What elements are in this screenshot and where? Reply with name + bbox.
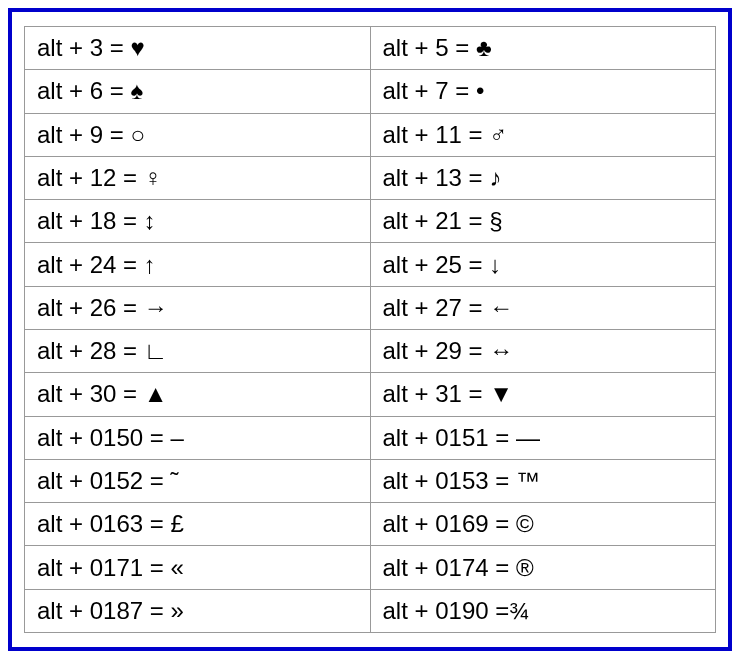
alt-code-cell-left: alt + 0152 = ˜ [25, 459, 371, 502]
alt-code-cell-left: alt + 9 = ○ [25, 113, 371, 156]
alt-code-symbol: ○ [130, 121, 145, 148]
alt-code-text: alt + 0153 = [383, 467, 516, 494]
alt-code-symbol: ↔ [489, 337, 513, 364]
alt-code-text: alt + 7 = [383, 77, 476, 104]
alt-code-cell-left: alt + 28 = ∟ [25, 329, 371, 372]
alt-code-cell-right: alt + 27 = ← [370, 286, 716, 329]
alt-code-cell-right: alt + 5 = ♣ [370, 27, 716, 70]
alt-code-cell-left: alt + 3 = ♥ [25, 27, 371, 70]
alt-code-text: alt + 12 = [37, 164, 144, 191]
alt-code-text: alt + 0150 = [37, 424, 170, 451]
alt-code-cell-left: alt + 0171 = « [25, 546, 371, 589]
alt-code-symbol: ▲ [144, 380, 168, 407]
alt-code-symbol: ▼ [489, 380, 513, 407]
alt-code-cell-right: alt + 13 = ♪ [370, 156, 716, 199]
table-row: alt + 9 = ○alt + 11 = ♂ [25, 113, 716, 156]
alt-code-cell-right: alt + 0151 = — [370, 416, 716, 459]
table-row: alt + 30 = ▲alt + 31 = ▼ [25, 373, 716, 416]
alt-code-symbol: ¾ [509, 597, 529, 624]
alt-code-cell-left: alt + 30 = ▲ [25, 373, 371, 416]
table-row: alt + 0152 = ˜alt + 0153 = ™ [25, 459, 716, 502]
alt-code-cell-right: alt + 0153 = ™ [370, 459, 716, 502]
alt-code-symbol: ♠ [130, 77, 143, 104]
alt-code-text: alt + 0163 = [37, 510, 170, 537]
alt-code-cell-right: alt + 31 = ▼ [370, 373, 716, 416]
alt-code-symbol: ↓ [489, 251, 501, 278]
table-row: alt + 26 = →alt + 27 = ← [25, 286, 716, 329]
alt-code-cell-left: alt + 6 = ♠ [25, 70, 371, 113]
alt-code-symbol: ♣ [476, 34, 492, 61]
alt-code-text: alt + 0169 = [383, 510, 516, 537]
alt-code-text: alt + 0151 = [383, 424, 516, 451]
alt-code-text: alt + 0174 = [383, 554, 516, 581]
alt-code-text: alt + 29 = [383, 337, 490, 364]
table-row: alt + 24 = ↑alt + 25 = ↓ [25, 243, 716, 286]
alt-code-cell-left: alt + 0150 = – [25, 416, 371, 459]
alt-code-text: alt + 5 = [383, 34, 476, 61]
alt-code-symbol: • [476, 77, 484, 104]
alt-code-text: alt + 31 = [383, 380, 490, 407]
alt-code-cell-right: alt + 0169 = © [370, 503, 716, 546]
table-row: alt + 18 = ↕alt + 21 = § [25, 200, 716, 243]
alt-code-text: alt + 27 = [383, 294, 490, 321]
alt-code-symbol: – [170, 424, 183, 451]
alt-code-text: alt + 6 = [37, 77, 130, 104]
table-row: alt + 12 = ♀alt + 13 = ♪ [25, 156, 716, 199]
alt-code-symbol: ↕ [144, 207, 156, 234]
alt-code-cell-left: alt + 26 = → [25, 286, 371, 329]
alt-code-symbol: ♪ [489, 164, 501, 191]
alt-code-symbol: — [516, 424, 540, 451]
table-row: alt + 6 = ♠alt + 7 = • [25, 70, 716, 113]
alt-code-cell-right: alt + 11 = ♂ [370, 113, 716, 156]
alt-code-text: alt + 21 = [383, 207, 490, 234]
alt-code-symbol: » [170, 597, 183, 624]
alt-code-symbol: ∟ [144, 337, 168, 364]
alt-code-text: alt + 0171 = [37, 554, 170, 581]
alt-code-text: alt + 18 = [37, 207, 144, 234]
alt-code-cell-right: alt + 7 = • [370, 70, 716, 113]
alt-code-symbol: © [516, 510, 534, 537]
alt-code-text: alt + 0190 = [383, 597, 510, 624]
alt-code-text: alt + 30 = [37, 380, 144, 407]
table-row: alt + 0163 = £alt + 0169 = © [25, 503, 716, 546]
alt-code-symbol: ♂ [489, 121, 507, 148]
alt-code-text: alt + 24 = [37, 251, 144, 278]
alt-code-symbol: ˜ [170, 467, 178, 494]
alt-code-symbol: → [144, 294, 168, 321]
alt-code-cell-left: alt + 12 = ♀ [25, 156, 371, 199]
alt-code-symbol: ® [516, 554, 534, 581]
alt-code-text: alt + 0152 = [37, 467, 170, 494]
alt-code-symbol: ♀ [144, 164, 162, 191]
alt-code-symbol: ™ [516, 467, 540, 494]
alt-code-symbol: ← [489, 294, 513, 321]
alt-code-symbol: § [489, 207, 502, 234]
alt-code-text: alt + 11 = [383, 121, 490, 148]
table-row: alt + 0187 = »alt + 0190 =¾ [25, 589, 716, 632]
alt-code-text: alt + 9 = [37, 121, 130, 148]
alt-code-cell-right: alt + 29 = ↔ [370, 329, 716, 372]
alt-code-text: alt + 25 = [383, 251, 490, 278]
alt-code-symbol: ↑ [144, 251, 156, 278]
table-row: alt + 3 = ♥alt + 5 = ♣ [25, 27, 716, 70]
alt-code-cell-left: alt + 24 = ↑ [25, 243, 371, 286]
alt-code-cell-right: alt + 25 = ↓ [370, 243, 716, 286]
alt-code-text: alt + 0187 = [37, 597, 170, 624]
alt-code-cell-left: alt + 0187 = » [25, 589, 371, 632]
table-row: alt + 0150 = –alt + 0151 = — [25, 416, 716, 459]
table-row: alt + 28 = ∟alt + 29 = ↔ [25, 329, 716, 372]
alt-code-text: alt + 26 = [37, 294, 144, 321]
alt-code-text: alt + 28 = [37, 337, 144, 364]
alt-code-symbol: « [170, 554, 183, 581]
alt-code-cell-right: alt + 0190 =¾ [370, 589, 716, 632]
alt-code-cell-right: alt + 21 = § [370, 200, 716, 243]
alt-code-text: alt + 3 = [37, 34, 130, 61]
alt-code-cell-right: alt + 0174 = ® [370, 546, 716, 589]
alt-code-table: alt + 3 = ♥alt + 5 = ♣alt + 6 = ♠alt + 7… [24, 26, 716, 633]
alt-code-symbol: ♥ [130, 34, 144, 61]
alt-code-cell-left: alt + 18 = ↕ [25, 200, 371, 243]
alt-code-symbol: £ [170, 510, 183, 537]
table-row: alt + 0171 = «alt + 0174 = ® [25, 546, 716, 589]
alt-code-cell-left: alt + 0163 = £ [25, 503, 371, 546]
alt-code-text: alt + 13 = [383, 164, 490, 191]
alt-code-reference-table: alt + 3 = ♥alt + 5 = ♣alt + 6 = ♠alt + 7… [8, 8, 732, 651]
